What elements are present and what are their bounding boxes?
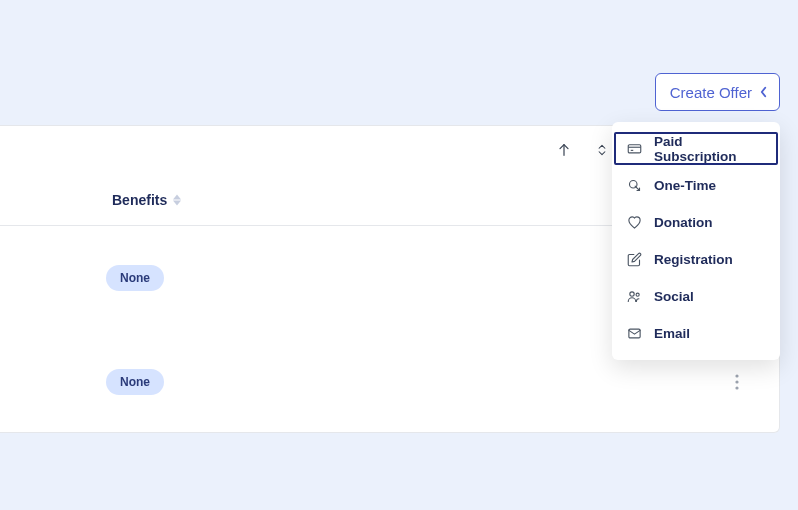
benefits-badge: None <box>106 369 164 395</box>
click-icon <box>626 178 642 194</box>
menu-item-label: Registration <box>654 252 733 267</box>
create-offer-menu: Paid Subscription One-Time Donation Regi… <box>612 122 780 360</box>
heart-icon <box>626 215 642 231</box>
svg-point-3 <box>735 386 738 389</box>
svg-point-2 <box>735 380 738 383</box>
menu-item-label: Email <box>654 326 690 341</box>
card-icon <box>626 141 642 157</box>
menu-item-label: Paid Subscription <box>654 134 766 164</box>
menu-item-registration[interactable]: Registration <box>612 241 780 278</box>
menu-item-donation[interactable]: Donation <box>612 204 780 241</box>
svg-point-9 <box>636 293 639 296</box>
mail-icon <box>626 326 642 342</box>
create-offer-label: Create Offer <box>670 84 752 101</box>
svg-rect-4 <box>628 145 641 153</box>
menu-item-one-time[interactable]: One-Time <box>612 167 780 204</box>
menu-item-email[interactable]: Email <box>612 315 780 352</box>
menu-item-social[interactable]: Social <box>612 278 780 315</box>
more-actions-icon[interactable] <box>735 374 739 390</box>
svg-point-8 <box>629 292 633 296</box>
menu-item-label: One-Time <box>654 178 716 193</box>
sort-icon <box>173 194 181 206</box>
edit-icon <box>626 252 642 268</box>
column-header-label: Benefits <box>112 192 167 208</box>
benefits-badge: None <box>106 265 164 291</box>
menu-item-label: Donation <box>654 215 713 230</box>
people-icon <box>626 289 642 305</box>
expand-sort-icon[interactable] <box>593 141 611 159</box>
menu-item-paid-subscription[interactable]: Paid Subscription <box>612 130 780 167</box>
svg-point-1 <box>735 374 738 377</box>
arrow-up-icon[interactable] <box>555 141 573 159</box>
chevron-left-icon <box>760 86 767 98</box>
create-offer-button[interactable]: Create Offer <box>655 73 780 111</box>
menu-item-label: Social <box>654 289 694 304</box>
column-header-benefits[interactable]: Benefits <box>112 192 181 208</box>
